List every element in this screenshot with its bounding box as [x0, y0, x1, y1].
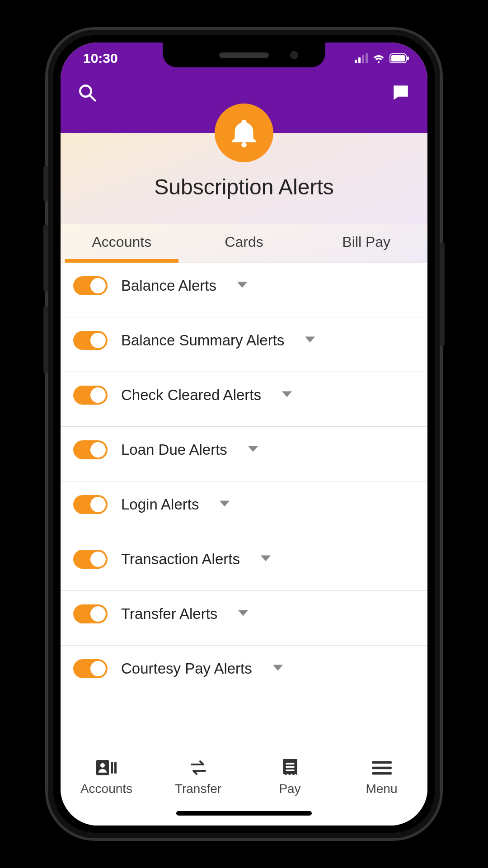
alert-row[interactable]: Balance Summary Alerts — [61, 317, 427, 372]
alert-label: Balance Alerts — [121, 277, 216, 294]
tab-accounts[interactable]: Accounts — [61, 224, 183, 262]
chevron-down-icon[interactable] — [220, 499, 230, 510]
accounts-icon — [96, 758, 117, 777]
transfer-icon — [188, 758, 209, 777]
chevron-down-icon[interactable] — [273, 663, 283, 675]
alert-label: Transaction Alerts — [121, 551, 240, 568]
wifi-icon — [372, 53, 385, 63]
alert-row[interactable]: Transaction Alerts — [61, 536, 427, 591]
signal-icon — [355, 53, 368, 63]
svg-line-4 — [90, 95, 95, 100]
speaker — [219, 52, 269, 58]
alert-label: Check Cleared Alerts — [121, 387, 261, 404]
svg-rect-8 — [111, 762, 113, 774]
battery-icon — [389, 53, 409, 63]
side-button — [440, 242, 445, 346]
tab-label: Bill Pay — [342, 234, 390, 250]
chevron-down-icon[interactable] — [248, 444, 258, 456]
alert-row[interactable]: Loan Due Alerts — [61, 427, 427, 481]
alert-label: Loan Due Alerts — [121, 441, 227, 458]
status-time: 10:30 — [83, 51, 118, 66]
notch — [163, 42, 325, 67]
alert-toggle[interactable] — [73, 276, 108, 295]
pay-icon — [281, 758, 299, 777]
alert-toggle[interactable] — [73, 440, 108, 459]
bell-icon — [228, 117, 260, 149]
alert-toggle[interactable] — [73, 386, 108, 405]
tab-cards[interactable]: Cards — [183, 224, 305, 262]
alert-row[interactable]: Transfer Alerts — [61, 591, 427, 646]
alert-toggle[interactable] — [73, 659, 108, 678]
side-button — [43, 165, 48, 202]
nav-label: Menu — [366, 782, 397, 796]
nav-label: Transfer — [175, 782, 221, 796]
nav-accounts[interactable]: Accounts — [73, 758, 141, 796]
alert-row[interactable]: Courtesy Pay Alerts — [61, 646, 427, 700]
alert-row[interactable]: Login Alerts — [61, 481, 427, 536]
svg-rect-9 — [114, 762, 117, 774]
nav-transfer[interactable]: Transfer — [164, 758, 232, 796]
svg-rect-12 — [286, 769, 294, 771]
svg-rect-14 — [372, 767, 392, 769]
nav-menu[interactable]: Menu — [348, 758, 416, 796]
alert-toggle[interactable] — [73, 550, 108, 569]
chevron-down-icon[interactable] — [282, 389, 292, 401]
page-title: Subscription Alerts — [61, 165, 427, 224]
alert-row[interactable]: Check Cleared Alerts — [61, 372, 427, 427]
alert-row[interactable]: Balance Alerts — [61, 263, 427, 317]
chevron-down-icon[interactable] — [238, 608, 248, 620]
chevron-down-icon[interactable] — [261, 553, 271, 565]
alert-toggle[interactable] — [73, 495, 108, 514]
svg-rect-1 — [391, 55, 405, 61]
tab-label: Cards — [225, 234, 263, 250]
alert-label: Login Alerts — [121, 496, 199, 513]
page-hero: Subscription Alerts — [61, 133, 427, 224]
svg-rect-2 — [407, 57, 409, 60]
side-button — [43, 306, 48, 373]
alert-label: Courtesy Pay Alerts — [121, 660, 252, 677]
chat-button[interactable] — [389, 81, 412, 104]
search-button[interactable] — [76, 81, 99, 104]
side-button — [43, 224, 48, 292]
svg-rect-15 — [372, 772, 392, 775]
chevron-down-icon[interactable] — [237, 280, 247, 292]
phone-frame: 10:30 — [45, 27, 443, 841]
chat-icon — [391, 83, 410, 102]
alert-toggle[interactable] — [73, 604, 108, 623]
svg-rect-13 — [372, 761, 392, 764]
chevron-down-icon[interactable] — [305, 335, 315, 346]
nav-label: Accounts — [80, 782, 132, 796]
alert-list[interactable]: Balance Alerts Balance Summary Alerts Ch… — [61, 263, 427, 749]
svg-rect-11 — [286, 766, 294, 768]
tabs: Accounts Cards Bill Pay — [61, 224, 427, 263]
search-icon — [78, 83, 97, 102]
nav-label: Pay — [279, 782, 300, 796]
home-indicator[interactable] — [176, 811, 312, 816]
menu-icon — [372, 758, 392, 777]
alert-label: Transfer Alerts — [121, 605, 217, 623]
tab-bill-pay[interactable]: Bill Pay — [305, 224, 427, 262]
svg-rect-10 — [286, 763, 294, 765]
nav-pay[interactable]: Pay — [256, 758, 324, 796]
svg-point-5 — [241, 142, 247, 147]
front-camera — [290, 51, 298, 59]
status-icons — [355, 53, 409, 63]
alert-toggle[interactable] — [73, 331, 108, 350]
svg-point-7 — [100, 763, 105, 768]
tab-label: Accounts — [92, 234, 152, 250]
alert-label: Balance Summary Alerts — [121, 332, 284, 349]
bell-badge — [215, 104, 273, 162]
screen: 10:30 — [61, 42, 427, 826]
